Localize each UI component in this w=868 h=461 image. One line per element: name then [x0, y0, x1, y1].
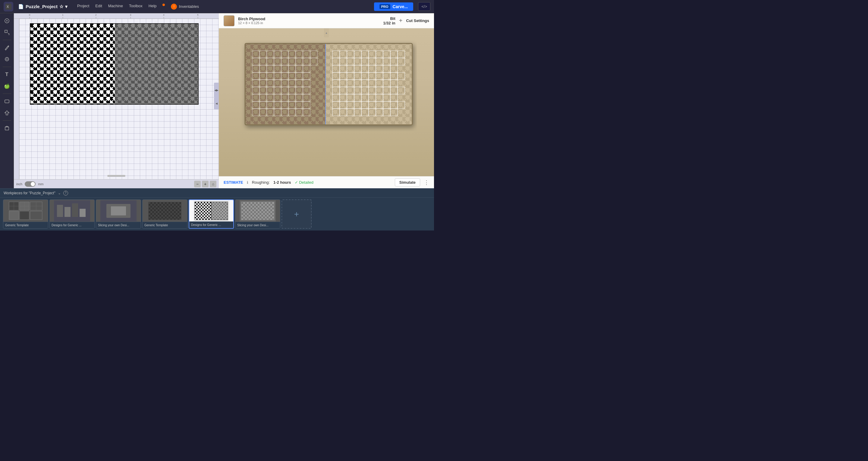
shape-tool-button[interactable]: [2, 96, 12, 107]
collapse-right-handle[interactable]: ◀: [214, 97, 219, 110]
canvas-bottom-bar: inch mm − + ⌂: [14, 179, 219, 188]
svg-rect-233: [148, 202, 181, 220]
svg-text:X: X: [7, 5, 9, 8]
add-workpiece-button[interactable]: +: [281, 199, 312, 229]
estimate-bar: ESTIMATE ℹ Roughing: 1-2 hours ✓ Detaile…: [219, 176, 434, 188]
workpiece-item-2[interactable]: Designs for Generic ...: [50, 199, 95, 229]
puzzle-canvas-object[interactable]: [30, 23, 198, 105]
carve-button[interactable]: PRO Carve...: [374, 2, 413, 11]
roughing-time: 1-2 hours: [273, 180, 291, 185]
move-tool-button[interactable]: [2, 16, 12, 26]
workpiece-item-4[interactable]: Generic Template: [142, 199, 187, 229]
material-size-label: 12 × 8 × 0.125 in: [238, 21, 379, 25]
ruler-tick-4: 4: [163, 13, 164, 19]
puzzle-left-svg: [30, 24, 115, 105]
svg-point-3: [6, 20, 7, 22]
workpiece-thumb-5: [189, 200, 233, 222]
preview-header: Birch Plywood 12 × 8 × 0.125 in Bit 1/32…: [219, 13, 434, 28]
workpiece-thumb-3: [96, 200, 141, 222]
bit-size-label: 1/32 in: [383, 21, 395, 25]
workpiece-item-3[interactable]: Slicing your own Desi...: [96, 199, 141, 229]
home-button[interactable]: ⌂: [210, 181, 216, 188]
estimate-label: ESTIMATE: [224, 180, 243, 185]
toggle-track[interactable]: [25, 181, 36, 187]
svg-rect-225: [80, 209, 86, 217]
svg-point-6: [8, 46, 9, 47]
svg-rect-11: [5, 127, 9, 130]
svg-rect-241: [195, 202, 211, 220]
nav-machine[interactable]: Machine: [108, 4, 123, 10]
left-toolbar: T 🍏: [0, 13, 14, 188]
ruler-tick-3: 3: [130, 13, 131, 19]
svg-rect-247: [241, 202, 274, 220]
svg-marker-5: [7, 33, 10, 35]
workpiece-label-3: Slicing your own Desi...: [96, 222, 141, 228]
workpiece-item-6[interactable]: Slicing your own Desi...: [235, 199, 280, 229]
more-options-button[interactable]: ⋮: [424, 179, 429, 186]
app-logo: X: [4, 2, 13, 11]
chevron-icon[interactable]: ▾: [65, 4, 67, 9]
ruler-tick-5: 5: [197, 13, 198, 19]
workpiece-label-4: Generic Template: [143, 222, 187, 228]
zoom-out-button[interactable]: −: [194, 181, 201, 188]
cut-settings-button[interactable]: Cut Settings: [406, 19, 429, 23]
tool-divider-4: [3, 120, 11, 121]
svg-rect-222: [57, 205, 63, 217]
inventables-logo: I: [171, 4, 177, 10]
collapse-vertical-handle[interactable]: ◀▶: [214, 83, 219, 98]
workpiece-item-1[interactable]: Generic Template: [3, 199, 48, 229]
canvas-main[interactable]: ◀: [19, 19, 219, 188]
puzzle-3d-svg: [236, 37, 417, 131]
nav-toolbox[interactable]: Toolbox: [129, 4, 143, 10]
workpiece-thumb-6: [236, 200, 280, 222]
collapse-top-handle[interactable]: ▲: [324, 28, 329, 37]
inch-label: inch: [16, 182, 22, 186]
tool-divider-3: [3, 93, 11, 94]
preview-area: Birch Plywood 12 × 8 × 0.125 in Bit 1/32…: [219, 13, 434, 188]
svg-rect-4: [5, 30, 7, 33]
apps-tool-button[interactable]: 🍏: [2, 81, 12, 91]
inventables-label: Inventables: [179, 4, 199, 9]
unit-toggle[interactable]: [25, 181, 36, 187]
text-tool-button[interactable]: T: [2, 69, 12, 80]
svg-rect-228: [111, 206, 126, 215]
workpieces-bar: Workpieces for "Puzzle_Project" ⌄ ?: [0, 188, 434, 231]
estimate-info-icon[interactable]: ℹ: [247, 180, 248, 185]
zoom-controls: − + ⌂: [194, 181, 216, 188]
add-workpiece-icon: +: [294, 209, 299, 219]
add-bit-button[interactable]: +: [399, 17, 403, 24]
workpiece-item-5[interactable]: Designs for Generic ...: [189, 199, 234, 229]
ruler-top: 0 1 2 3 4 5: [14, 13, 219, 19]
nav-edit[interactable]: Edit: [95, 4, 102, 10]
select-tool-button[interactable]: [2, 27, 12, 37]
workpiece-label-1: Generic Template: [3, 222, 48, 228]
svg-rect-213: [20, 211, 29, 220]
inventables-button[interactable]: I Inventables: [171, 4, 199, 10]
star-icon[interactable]: ☆: [59, 4, 63, 9]
nav-help[interactable]: Help: [149, 4, 157, 10]
3d-tool-button[interactable]: [2, 123, 12, 133]
circle-tool-button[interactable]: [2, 54, 12, 64]
code-button[interactable]: </>: [418, 2, 430, 11]
pen-tool-button[interactable]: [2, 42, 12, 53]
svg-rect-224: [72, 203, 78, 217]
simulate-button[interactable]: Simulate: [395, 178, 420, 186]
detailed-label: ✓ Detailed: [295, 180, 313, 185]
svg-rect-212: [9, 211, 19, 220]
workpieces-help-icon[interactable]: ?: [63, 191, 68, 196]
canvas-body: ◀: [14, 19, 219, 188]
material-name-label: Birch Plywood: [238, 17, 379, 21]
main-content: T 🍏 0 1 2: [0, 13, 434, 188]
pro-badge: PRO: [379, 4, 390, 9]
zoom-in-button[interactable]: +: [202, 181, 209, 188]
mm-label: mm: [38, 182, 43, 186]
workpieces-dropdown-icon[interactable]: ⌄: [58, 191, 61, 195]
scroll-handle[interactable]: [107, 175, 125, 177]
nav-project[interactable]: Project: [77, 4, 89, 10]
import-tool-button[interactable]: [2, 108, 12, 118]
canvas-area: 0 1 2 3 4 5: [14, 13, 219, 188]
top-navigation: X 📄 Puzzle_Project ☆ ▾ Project Edit Mach…: [0, 0, 434, 13]
svg-rect-44: [245, 44, 326, 125]
doc-icon: 📄: [18, 4, 24, 9]
puzzle-3d-preview: [236, 37, 417, 131]
